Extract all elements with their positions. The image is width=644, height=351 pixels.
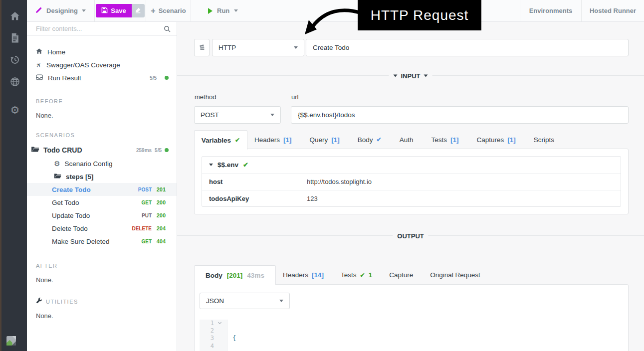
tab-variables[interactable]: Variables <box>194 130 247 150</box>
section-utilities: UTILITIES <box>27 298 177 305</box>
env-variables-table: $$.env host http://todos.stoplight.io to… <box>202 156 621 207</box>
annotation-label: HTTP Request <box>371 7 469 23</box>
scenario-todo-crud[interactable]: Todo CRUD 259ms 5/5 <box>27 143 177 157</box>
check-icon <box>360 272 365 279</box>
tab-query[interactable]: Query[1] <box>310 136 340 144</box>
input-section-toggle[interactable]: INPUT <box>389 72 432 79</box>
response-body-editor[interactable]: 1 2 3 4 { "completed": null, "completed_… <box>200 320 624 351</box>
tab-body[interactable]: Body <box>358 136 382 144</box>
inbox-icon <box>36 74 43 82</box>
method-badge: GET <box>130 239 152 244</box>
step-delete-todo[interactable]: Delete Todo DELETE 204 <box>27 222 177 235</box>
search-icon <box>164 25 171 34</box>
fold-chevron-icon[interactable] <box>218 321 221 324</box>
check-icon <box>243 161 248 169</box>
book-icon <box>199 43 206 52</box>
tab-headers[interactable]: Headers[1] <box>254 136 292 144</box>
content-type-select[interactable]: JSON <box>200 293 290 309</box>
add-scenario-button[interactable]: + Scenario <box>146 0 191 21</box>
save-button[interactable]: Save <box>96 4 131 17</box>
tab-captures[interactable]: Captures[1] <box>476 136 515 144</box>
home-rail-icon[interactable] <box>1 5 28 27</box>
variable-key: host <box>202 178 307 185</box>
output-section-divider: OUTPUT <box>177 235 644 236</box>
pencil-icon <box>35 6 42 15</box>
annotation-http-request: HTTP Request <box>358 0 481 30</box>
tab-output-original-request[interactable]: Original Request <box>430 271 480 279</box>
tab-output-capture[interactable]: Capture <box>389 271 413 279</box>
section-before: BEFORE <box>27 98 177 104</box>
output-body-panel: JSON 1 2 3 4 { "completed": null, "compl… <box>194 284 629 351</box>
variable-row[interactable]: host http://todos.stoplight.io <box>202 174 621 190</box>
tab-auth[interactable]: Auth <box>400 136 414 144</box>
environments-button[interactable]: Environments <box>520 0 581 21</box>
count-badge: [14] <box>312 271 324 279</box>
scenario-config-item[interactable]: ⚙ Scenario Config <box>27 157 177 170</box>
document-rail-icon[interactable] <box>1 27 28 49</box>
designing-mode-button[interactable]: Designing <box>27 0 95 21</box>
status-code: 200 <box>152 199 166 205</box>
method-badge: DELETE <box>130 226 152 231</box>
sidebar-item-label: Home <box>47 48 65 56</box>
step-update-todo[interactable]: Update Todo PUT 200 <box>27 209 177 222</box>
section-scenarios: SCENARIOS <box>27 132 177 138</box>
env-group-header[interactable]: $$.env <box>202 157 621 174</box>
triangle-down-icon <box>394 74 398 77</box>
tab-output-tests[interactable]: Tests1 <box>341 271 372 279</box>
sidebar-item-swagger-coverage[interactable]: ✈ Swagger/OAS Coverage <box>27 58 177 71</box>
folder-open-icon <box>31 146 39 154</box>
save-label: Save <box>111 7 126 14</box>
steps-folder-item[interactable]: steps [5] <box>27 170 177 183</box>
env-group-name: $$.env <box>217 161 238 169</box>
pass-badge: 5/5 <box>150 75 157 81</box>
annotation-arrow <box>302 7 363 36</box>
scenario-name: Todo CRUD <box>43 146 82 154</box>
play-icon <box>208 8 213 14</box>
input-section-divider: INPUT <box>177 75 644 76</box>
duration-badge: 259ms <box>136 148 152 153</box>
folder-open-icon <box>54 173 61 180</box>
step-type-select[interactable]: HTTP <box>212 39 304 56</box>
history-rail-icon[interactable] <box>1 49 28 71</box>
method-select[interactable]: POST <box>194 106 281 124</box>
step-name-input[interactable] <box>306 39 629 56</box>
run-label: Run <box>217 7 229 14</box>
hosted-runner-button[interactable]: Hosted Runner <box>581 0 644 21</box>
discard-button[interactable] <box>132 4 145 17</box>
variable-key: todosApiKey <box>202 195 307 202</box>
run-button[interactable]: Run <box>191 0 238 21</box>
status-dot <box>165 76 169 80</box>
url-input[interactable] <box>291 106 629 124</box>
tab-scripts[interactable]: Scripts <box>534 136 554 144</box>
utilities-empty: None. <box>27 312 177 320</box>
method-label: method <box>195 93 216 101</box>
globe-rail-icon[interactable] <box>1 71 28 93</box>
sidebar-item-label: Swagger/OAS Coverage <box>46 61 120 69</box>
pass-badge: 5/5 <box>155 148 162 153</box>
tests-pass-count: 1 <box>369 271 373 279</box>
step-create-todo[interactable]: Create Todo POST 201 <box>27 183 177 196</box>
triangle-down-icon <box>424 74 428 77</box>
step-get-todo[interactable]: Get Todo GET 200 <box>27 196 177 209</box>
reference-book-button[interactable] <box>194 39 210 56</box>
tab-tests[interactable]: Tests[1] <box>431 136 458 144</box>
sidebar-item-home[interactable]: Home <box>27 45 177 58</box>
before-empty: None. <box>27 112 177 119</box>
plus-icon: + <box>151 6 155 15</box>
status-code: 201 <box>152 186 166 192</box>
add-scenario-label: Scenario <box>159 7 186 14</box>
check-icon <box>377 136 382 143</box>
step-make-sure-deleted[interactable]: Make Sure Deleted GET 404 <box>27 235 177 248</box>
input-section-label: INPUT <box>401 72 421 79</box>
variable-row[interactable]: todosApiKey 123 <box>202 190 621 206</box>
eraser-icon <box>135 7 141 15</box>
tab-output-body[interactable]: Body [201] 43ms <box>194 265 276 285</box>
filter-input[interactable] <box>27 22 177 35</box>
tab-output-headers[interactable]: Headers[14] <box>283 271 324 279</box>
variable-value: 123 <box>307 195 318 202</box>
sidebar: Home ✈ Swagger/OAS Coverage Run Result 5… <box>27 22 177 351</box>
count-badge: [1] <box>450 136 459 144</box>
editor-code: { "completed": null, "completed_at": nul… <box>227 320 388 351</box>
sidebar-item-run-result[interactable]: Run Result 5/5 <box>27 71 177 84</box>
settings-gear-icon[interactable]: ⚙ <box>1 99 28 121</box>
